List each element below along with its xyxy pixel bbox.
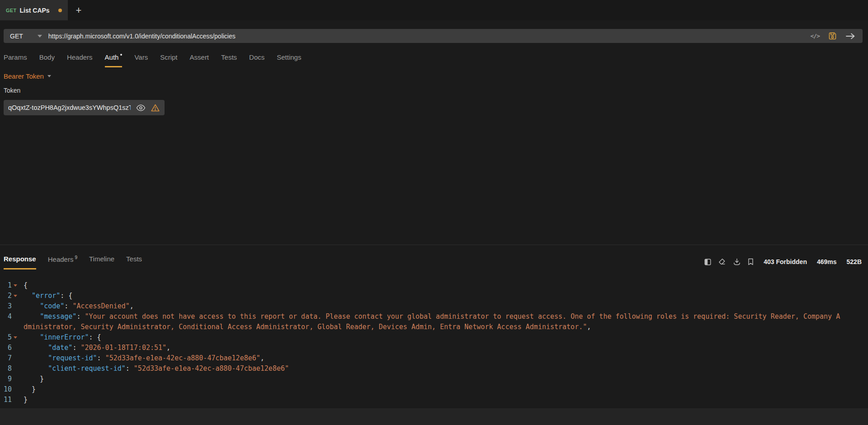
auth-type-label: Bearer Token: [4, 72, 44, 80]
fold-toggle-icon[interactable]: [12, 280, 19, 291]
code-line: 5 "innerError": {: [0, 332, 868, 343]
response-tab-tests[interactable]: Tests: [126, 255, 142, 269]
response-tab-timeline[interactable]: Timeline: [89, 255, 114, 269]
line-number: 2: [0, 291, 12, 301]
code-text: }: [19, 384, 36, 395]
token-field[interactable]: qOqxtZ-tozPH8Ag2jxdwue3sYWhpsQ1szTkKrg8y: [4, 100, 165, 115]
code-text: "message": "Your account does not have a…: [19, 312, 840, 322]
method-label: GET: [10, 33, 23, 40]
line-number: 4: [0, 312, 12, 322]
line-number: 8: [0, 364, 12, 374]
fold-gutter: [12, 322, 19, 332]
chevron-down-icon: [38, 35, 42, 38]
method-select[interactable]: GET: [4, 33, 48, 40]
tab-settings[interactable]: Settings: [277, 53, 301, 67]
tab-headers[interactable]: Headers: [67, 53, 93, 67]
code-view-icon[interactable]: </>: [811, 33, 820, 39]
fold-gutter: [12, 395, 19, 405]
code-line: dministrator, Security Administrator, Co…: [0, 322, 868, 332]
code-line: 4 "message": "Your account does not have…: [0, 312, 868, 322]
tab-vars[interactable]: Vars: [134, 53, 148, 67]
code-line: 11}: [0, 395, 868, 405]
fold-gutter: [12, 364, 19, 374]
code-text: "innerError": {: [19, 332, 101, 343]
code-line: 9 }: [0, 374, 868, 384]
code-line: 6 "date": "2026-01-18T17:02:51",: [0, 343, 868, 353]
code-line: 8 "client-request-id": "52d33afe-e1ea-42…: [0, 364, 868, 374]
tab-body[interactable]: Body: [39, 53, 55, 67]
line-number: 11: [0, 395, 12, 405]
response-tab-response[interactable]: Response: [4, 255, 36, 269]
line-number: 7: [0, 353, 12, 364]
code-text: }: [19, 395, 28, 405]
code-line: 3 "code": "AccessDenied",: [0, 301, 868, 312]
save-icon[interactable]: [828, 32, 837, 40]
eye-icon[interactable]: [136, 104, 146, 111]
send-icon[interactable]: [845, 33, 855, 40]
code-line: 1{: [0, 280, 868, 291]
code-line: 7 "request-id": "52d33afe-e1ea-42ec-a880…: [0, 353, 868, 364]
fold-gutter: [12, 374, 19, 384]
fold-gutter: [12, 353, 19, 364]
code-line: 2 "error": {: [0, 291, 868, 301]
tab-auth[interactable]: Auth: [105, 53, 123, 67]
fold-gutter: [12, 384, 19, 395]
modified-dot-icon: [120, 54, 122, 56]
fold-toggle-icon[interactable]: [12, 332, 19, 343]
token-label: Token: [4, 87, 20, 94]
unsaved-dot-icon: [58, 9, 62, 12]
status-badge: 403 Forbidden: [764, 258, 807, 265]
line-number: 5: [0, 332, 12, 343]
chevron-down-icon: [47, 75, 51, 77]
code-text: {: [19, 280, 28, 291]
tab-params[interactable]: Params: [4, 53, 27, 67]
fold-gutter: [12, 343, 19, 353]
tab-docs[interactable]: Docs: [249, 53, 264, 67]
tab-script[interactable]: Script: [160, 53, 177, 67]
auth-type-dropdown[interactable]: Bearer Token: [4, 72, 51, 80]
request-tabs: ParamsBodyHeadersAuthVarsScriptAssertTes…: [4, 53, 301, 67]
line-number: 9: [0, 374, 12, 384]
code-text: dministrator, Security Administrator, Co…: [19, 322, 591, 332]
line-number: 6: [0, 343, 12, 353]
warning-icon: [151, 104, 160, 112]
url-input[interactable]: https://graph.microsoft.com/v1.0/identit…: [48, 33, 806, 40]
response-time: 469ms: [817, 258, 837, 265]
line-number: 3: [0, 301, 12, 312]
code-text: "client-request-id": "52d33afe-e1ea-42ec…: [19, 364, 289, 374]
request-tab-strip: GET List CAPs +: [0, 0, 868, 20]
code-text: "date": "2026-01-18T17:02:51",: [19, 343, 170, 353]
bookmark-icon[interactable]: [748, 258, 754, 265]
fold-toggle-icon[interactable]: [12, 291, 19, 301]
line-number: 1: [0, 280, 12, 291]
code-line: 10 }: [0, 384, 868, 395]
code-text: "code": "AccessDenied",: [19, 301, 134, 312]
line-number: 10: [0, 384, 12, 395]
code-text: "error": {: [19, 291, 72, 301]
response-pane: ResponseHeaders9TimelineTests: [0, 245, 868, 425]
tab-title: List CAPs: [20, 7, 50, 14]
download-icon[interactable]: [733, 258, 741, 265]
eraser-icon[interactable]: [718, 258, 726, 265]
horizontal-scrollbar[interactable]: [0, 408, 868, 425]
code-text: "request-id": "52d33afe-e1ea-42ec-a880-4…: [19, 353, 264, 364]
response-tab-headers[interactable]: Headers9: [48, 255, 77, 269]
request-tab[interactable]: GET List CAPs: [0, 0, 68, 20]
code-text: }: [19, 374, 44, 384]
tab-assert[interactable]: Assert: [190, 53, 209, 67]
fold-gutter: [12, 312, 19, 322]
tab-method-badge: GET: [6, 8, 17, 13]
token-value: qOqxtZ-tozPH8Ag2jxdwue3sYWhpsQ1szTkKrg8y: [8, 104, 131, 111]
tab-tests[interactable]: Tests: [221, 53, 237, 67]
response-size: 522B: [847, 258, 862, 265]
response-tabs: ResponseHeaders9TimelineTests: [4, 255, 142, 269]
line-number: [0, 322, 12, 332]
url-bar: GET https://graph.microsoft.com/v1.0/ide…: [4, 29, 863, 43]
headers-count-badge: 9: [75, 255, 77, 260]
response-body-editor[interactable]: 1{2 "error": {3 "code": "AccessDenied",4…: [0, 280, 868, 408]
new-tab-button[interactable]: +: [68, 0, 90, 20]
panel-layout-icon[interactable]: [704, 259, 711, 265]
fold-gutter: [12, 301, 19, 312]
